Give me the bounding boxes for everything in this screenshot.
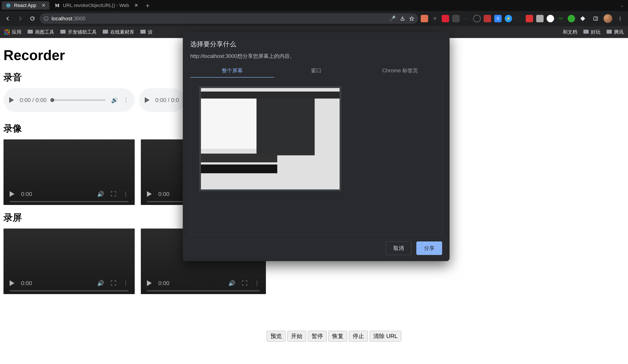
- bookmark-folder[interactable]: 画图工具: [28, 29, 54, 35]
- ext-icon[interactable]: [442, 15, 449, 22]
- bookmark-folder[interactable]: 和文档: [563, 29, 577, 35]
- video-seek[interactable]: [147, 290, 260, 292]
- close-icon[interactable]: ✕: [42, 3, 46, 8]
- more-icon[interactable]: ⋮: [123, 97, 129, 104]
- sidepanel-icon[interactable]: [591, 14, 600, 23]
- more-icon[interactable]: ⋮: [254, 280, 260, 287]
- star-icon[interactable]: [409, 16, 414, 21]
- react-icon: [6, 3, 11, 8]
- video-player[interactable]: 0:00 🔊 ⛶ ⋮: [3, 229, 135, 294]
- audio-player[interactable]: 0:00 / 0:0: [139, 88, 185, 112]
- tab-title: URL.revokeObjectURL() - Web: [63, 3, 129, 8]
- audio-seek[interactable]: [52, 99, 105, 101]
- preview-button[interactable]: 预览: [267, 331, 286, 342]
- video-seek[interactable]: [10, 201, 129, 202]
- bookmark-label: 好玩: [591, 29, 600, 35]
- tabs-dropdown-icon[interactable]: ⌄: [618, 3, 626, 8]
- bookmark-folder[interactable]: 设: [140, 29, 153, 35]
- play-icon[interactable]: [10, 191, 14, 197]
- video-player[interactable]: 0:00 🔊 ⛶ ⋮: [3, 139, 135, 205]
- more-icon[interactable]: ⋮: [123, 280, 129, 287]
- ext-icon[interactable]: [536, 15, 544, 22]
- folder-icon: [583, 29, 589, 35]
- address-bar[interactable]: localhost:3000 🎤: [40, 13, 418, 24]
- clear-url-button[interactable]: 清除 URL: [370, 331, 401, 342]
- dialog-title: 选择要分享什么: [190, 40, 442, 49]
- volume-icon[interactable]: 🔊: [228, 280, 235, 287]
- apps-icon: [4, 29, 10, 35]
- dialog-actions: 取消 分享: [190, 235, 442, 255]
- fullscreen-icon[interactable]: ⛶: [111, 280, 116, 287]
- play-icon[interactable]: [9, 97, 14, 103]
- close-icon[interactable]: ✕: [134, 3, 138, 8]
- tab-active[interactable]: React App ✕: [2, 1, 49, 10]
- fullscreen-icon[interactable]: ⛶: [111, 191, 116, 197]
- toolbar: localhost:3000 🎤 V ⋯ S ⚡ </>: [0, 11, 628, 26]
- video-time: 0:00: [158, 280, 169, 287]
- volume-icon[interactable]: 🔊: [97, 280, 104, 287]
- svg-point-0: [8, 5, 9, 6]
- tab-chrome-tab[interactable]: Chrome 标签页: [358, 64, 442, 78]
- bookmark-folder[interactable]: 腾讯: [607, 29, 624, 35]
- play-icon[interactable]: [147, 191, 152, 197]
- ext-icon[interactable]: [484, 15, 491, 22]
- bookmark-label: 和文档: [563, 29, 577, 35]
- fullscreen-icon[interactable]: ⛶: [242, 280, 247, 287]
- ext-icon[interactable]: V: [431, 15, 439, 22]
- share-button[interactable]: 分享: [416, 242, 442, 255]
- ext-icon[interactable]: [568, 15, 575, 22]
- volume-icon[interactable]: 🔊: [97, 191, 104, 197]
- play-icon[interactable]: [147, 280, 152, 286]
- tab-entire-screen[interactable]: 整个屏幕: [190, 64, 274, 78]
- resume-button[interactable]: 恢复: [328, 331, 347, 342]
- bookmark-folder[interactable]: 开发辅助工具: [60, 29, 97, 35]
- dialog-subtitle: http://localhost:3000想分享您屏幕上的内容。: [190, 53, 442, 60]
- video-time: 0:00: [21, 191, 32, 197]
- ext-icon[interactable]: ⋯: [463, 15, 470, 22]
- extensions-icon[interactable]: [578, 14, 588, 23]
- avatar[interactable]: [604, 14, 612, 23]
- play-icon[interactable]: [145, 97, 150, 103]
- forward-button[interactable]: [15, 14, 25, 23]
- start-button[interactable]: 开始: [287, 331, 306, 342]
- reload-button[interactable]: [28, 14, 37, 23]
- ext-icon[interactable]: [547, 15, 554, 22]
- ext-icon[interactable]: [526, 15, 533, 22]
- share-icon[interactable]: [400, 16, 405, 21]
- ext-icon[interactable]: </>: [557, 15, 565, 22]
- bookmark-folder[interactable]: 好玩: [583, 29, 600, 35]
- bookmark-folder[interactable]: 在线素材库: [103, 29, 134, 35]
- ext-icon[interactable]: [515, 15, 523, 22]
- recorder-buttons: 预览 开始 暂停 恢复 停止 清除 URL: [267, 331, 401, 342]
- ext-icon[interactable]: ⚡: [505, 15, 512, 22]
- stop-button[interactable]: 停止: [349, 331, 368, 342]
- screen-share-dialog: 选择要分享什么 http://localhost:3000想分享您屏幕上的内容。…: [183, 32, 450, 261]
- pause-button[interactable]: 暂停: [308, 331, 327, 342]
- back-button[interactable]: [3, 14, 13, 23]
- screen-thumbnail-preview: [201, 88, 340, 189]
- video-seek[interactable]: [10, 290, 129, 292]
- play-icon[interactable]: [10, 280, 14, 286]
- site-info-icon[interactable]: [44, 16, 49, 21]
- tab-title: React App: [14, 3, 36, 8]
- screen-thumbnail[interactable]: [199, 86, 341, 191]
- ext-icon[interactable]: [473, 15, 481, 22]
- svg-point-12: [620, 18, 621, 19]
- cancel-button[interactable]: 取消: [386, 242, 411, 255]
- url-port: :3000: [72, 15, 85, 21]
- tab-inactive[interactable]: M URL.revokeObjectURL() - Web ✕: [51, 1, 142, 10]
- more-icon[interactable]: ⋮: [123, 191, 129, 197]
- folder-icon: [103, 29, 108, 35]
- audio-player[interactable]: 0:00 / 0:00 🔊 ⋮: [3, 88, 135, 112]
- volume-icon[interactable]: 🔊: [111, 97, 117, 104]
- ext-icon[interactable]: [421, 15, 428, 22]
- ext-icon[interactable]: S: [494, 15, 502, 22]
- bookmark-label: 腾讯: [614, 29, 624, 35]
- apps-shortcut[interactable]: 应用: [4, 29, 21, 35]
- bookmark-label: 设: [148, 29, 153, 35]
- ext-icon[interactable]: [452, 15, 460, 22]
- new-tab-button[interactable]: ＋: [144, 1, 152, 10]
- tab-window[interactable]: 窗口: [274, 64, 358, 78]
- mic-icon[interactable]: 🎤: [389, 15, 396, 22]
- menu-icon[interactable]: [615, 14, 625, 23]
